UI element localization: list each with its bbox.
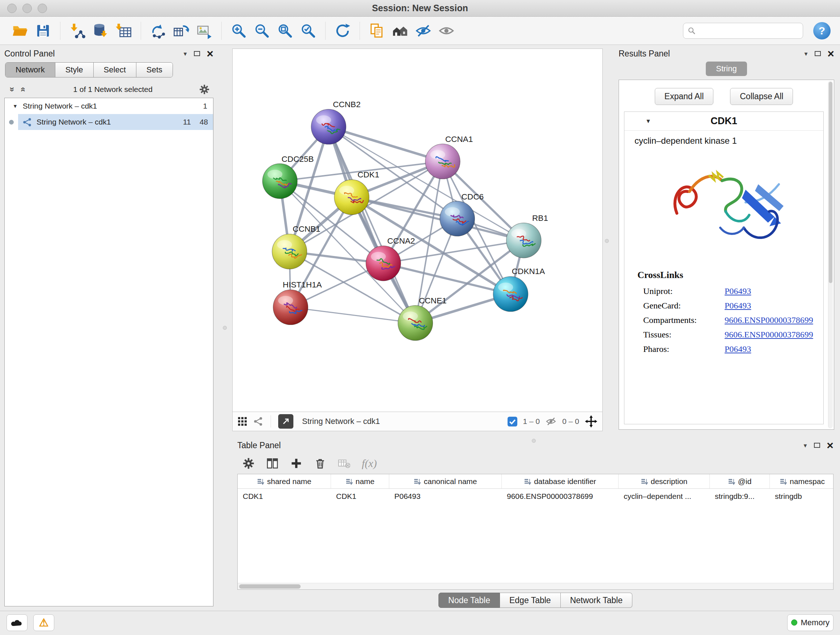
refresh-layout-button[interactable] bbox=[332, 20, 353, 41]
zoom-selected-button[interactable] bbox=[298, 20, 319, 41]
scrollbar-thumb[interactable] bbox=[239, 584, 301, 589]
save-session-button[interactable] bbox=[33, 20, 54, 41]
network-edge[interactable] bbox=[352, 197, 524, 241]
import-table-file-button[interactable] bbox=[113, 20, 134, 41]
tissues-link[interactable]: 9606.ENSP00000378699 bbox=[725, 330, 823, 340]
function-builder-button[interactable]: f(x) bbox=[362, 457, 377, 470]
network-node-CDKN1A[interactable] bbox=[493, 277, 528, 312]
expand-all-button[interactable]: Expand All bbox=[655, 88, 714, 105]
gear-icon[interactable] bbox=[199, 84, 210, 95]
selected-network-item[interactable]: String Network – cdk1 11 48 bbox=[18, 114, 213, 130]
cell-description[interactable]: cyclin–dependent ... bbox=[619, 492, 710, 501]
column-header[interactable]: shared name bbox=[238, 474, 331, 488]
panel-menu-icon[interactable]: ▼ bbox=[182, 51, 188, 57]
tab-edge-table[interactable]: Edge Table bbox=[500, 593, 561, 608]
delete-column-icon[interactable] bbox=[314, 457, 326, 470]
help-button[interactable]: ? bbox=[813, 22, 831, 40]
tree-expand-icon[interactable]: ▼ bbox=[13, 103, 18, 109]
results-scrollbar[interactable] bbox=[828, 81, 833, 428]
network-node-CDC25B[interactable] bbox=[263, 164, 297, 199]
close-panel-button[interactable]: × bbox=[827, 48, 834, 59]
panel-menu-icon[interactable]: ▼ bbox=[802, 442, 808, 448]
protein-section-header[interactable]: ▼ CDK1 bbox=[624, 112, 823, 131]
column-header[interactable]: namespac bbox=[770, 474, 834, 488]
show-graphics-button[interactable] bbox=[436, 20, 457, 41]
collapse-all-icon[interactable]: » bbox=[7, 85, 17, 94]
zoom-out-button[interactable] bbox=[251, 20, 272, 41]
genecard-link[interactable]: P06493 bbox=[725, 301, 823, 310]
column-header[interactable]: name bbox=[331, 474, 389, 488]
close-window-button[interactable] bbox=[7, 4, 17, 13]
minimize-window-button[interactable] bbox=[22, 4, 32, 13]
uniprot-link[interactable]: P06493 bbox=[725, 287, 823, 296]
cell-canonical-name[interactable]: P06493 bbox=[389, 492, 502, 501]
float-panel-button[interactable] bbox=[814, 50, 821, 57]
select-columns-icon[interactable] bbox=[266, 457, 279, 470]
tab-select[interactable]: Select bbox=[94, 63, 136, 77]
panel-menu-icon[interactable]: ▼ bbox=[803, 51, 808, 57]
zoom-in-button[interactable] bbox=[228, 20, 249, 41]
delete-table-icon[interactable] bbox=[338, 457, 350, 470]
string-tab[interactable]: String bbox=[706, 62, 747, 76]
column-header[interactable]: @id bbox=[710, 474, 770, 488]
close-panel-button[interactable]: × bbox=[827, 440, 834, 451]
tab-network[interactable]: Network bbox=[5, 63, 55, 77]
zoom-fit-button[interactable] bbox=[275, 20, 295, 41]
add-column-icon[interactable] bbox=[290, 457, 302, 470]
expand-all-icon[interactable]: » bbox=[17, 85, 27, 94]
network-row[interactable]: String Network – cdk1 11 48 bbox=[5, 114, 213, 130]
network-edge[interactable] bbox=[328, 127, 415, 323]
search-input[interactable] bbox=[699, 27, 798, 35]
cell-name[interactable]: CDK1 bbox=[331, 492, 389, 501]
export-image-button[interactable] bbox=[194, 20, 215, 41]
cloud-button[interactable] bbox=[6, 614, 27, 631]
cell-shared-name[interactable]: CDK1 bbox=[238, 492, 331, 501]
hidden-eye-icon[interactable] bbox=[546, 416, 556, 427]
collapse-section-icon[interactable]: ▼ bbox=[645, 118, 651, 125]
network-node-HIST1H1A[interactable] bbox=[273, 290, 308, 325]
network-node-CCNA1[interactable] bbox=[425, 144, 460, 179]
splitter-handle[interactable] bbox=[223, 326, 227, 330]
splitter-handle[interactable] bbox=[605, 239, 609, 243]
tab-sets[interactable]: Sets bbox=[136, 63, 172, 77]
horizontal-splitter[interactable] bbox=[232, 431, 603, 438]
network-from-table-button[interactable] bbox=[171, 20, 192, 41]
home-button[interactable] bbox=[390, 20, 411, 41]
tab-node-table[interactable]: Node Table bbox=[439, 593, 500, 608]
cell-database-identifier[interactable]: 9606.ENSP00000378699 bbox=[502, 492, 619, 501]
clone-network-button[interactable] bbox=[148, 20, 169, 41]
tab-network-table[interactable]: Network Table bbox=[561, 593, 632, 608]
network-node-CCNB1[interactable] bbox=[272, 234, 307, 269]
compartments-link[interactable]: 9606.ENSP00000378699 bbox=[725, 315, 823, 325]
pharos-link[interactable]: P06493 bbox=[725, 344, 823, 354]
network-edge[interactable] bbox=[291, 307, 415, 323]
float-panel-button[interactable] bbox=[813, 442, 821, 448]
network-node-CCNA2[interactable] bbox=[366, 246, 401, 281]
column-header[interactable]: database identifier bbox=[502, 474, 619, 488]
detach-view-button[interactable] bbox=[278, 414, 294, 429]
network-edge[interactable] bbox=[328, 127, 442, 162]
network-overview-icon[interactable] bbox=[253, 416, 264, 426]
scrollbar-thumb[interactable] bbox=[829, 82, 832, 283]
open-session-button[interactable] bbox=[9, 20, 30, 41]
copy-document-button[interactable] bbox=[366, 20, 387, 41]
table-row[interactable]: CDK1 CDK1 P06493 9606.ENSP00000378699 cy… bbox=[238, 489, 833, 504]
close-panel-button[interactable]: × bbox=[207, 48, 213, 59]
network-collection-row[interactable]: ▼ String Network – cdk1 1 bbox=[5, 98, 213, 114]
column-header[interactable]: canonical name bbox=[389, 474, 502, 488]
cell-id[interactable]: stringdb:9... bbox=[710, 492, 770, 501]
pan-crosshair-icon[interactable] bbox=[585, 415, 597, 428]
memory-button[interactable]: Memory bbox=[787, 614, 834, 631]
hide-graphics-button[interactable] bbox=[413, 20, 434, 41]
toolbar-search[interactable] bbox=[683, 23, 803, 39]
network-canvas[interactable]: CCNB2CCNA1CDC25BCDK1CDC6RB1CCNB1CCNA2CDK… bbox=[233, 49, 602, 412]
selected-checkbox-icon[interactable] bbox=[508, 417, 517, 426]
table-gear-icon[interactable] bbox=[242, 457, 255, 470]
tab-style[interactable]: Style bbox=[55, 63, 94, 77]
splitter-handle[interactable] bbox=[532, 439, 536, 443]
column-header[interactable]: description bbox=[619, 474, 710, 488]
grid-view-icon[interactable] bbox=[238, 417, 248, 426]
warnings-button[interactable]: ⚠ bbox=[33, 614, 54, 631]
network-node-CCNE1[interactable] bbox=[398, 306, 433, 340]
import-network-file-button[interactable] bbox=[67, 20, 88, 41]
